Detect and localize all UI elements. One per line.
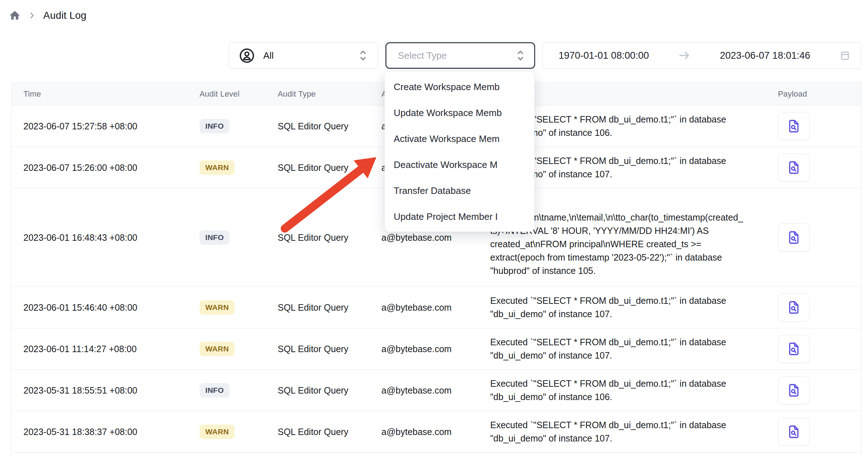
cell-actor: a@bytebase.com: [370, 370, 478, 411]
audit-level-badge: WARN: [200, 300, 234, 315]
cell-audit-type: SQL Editor Query: [266, 188, 370, 287]
cell-time: 2023-05-31 18:55:51 +08:00: [12, 370, 188, 411]
page-title: Audit Log: [43, 10, 86, 21]
document-search-icon: [786, 424, 801, 439]
type-filter-dropdown: Create Workspace Memb Update Workspace M…: [385, 72, 534, 232]
cell-audit-type: SQL Editor Query: [266, 106, 370, 147]
cell-time: 2023-06-07 15:27:58 +08:00: [12, 106, 188, 147]
audit-level-badge: WARN: [200, 342, 234, 356]
view-payload-button[interactable]: [778, 293, 810, 321]
table-row: 2023-06-01 15:46:40 +08:00 WARN SQL Edit…: [12, 287, 861, 328]
col-header-time: Time: [12, 83, 188, 105]
table-row: 2023-05-31 18:55:51 +08:00 INFO SQL Edit…: [12, 370, 861, 411]
breadcrumb: Audit Log: [9, 9, 86, 22]
cell-comment: Executed `"SELECT * FROM db_ui_demo.t1;"…: [490, 377, 744, 404]
person-circle-icon: [238, 47, 255, 64]
filter-bar: All Select Type 1970-01-01 08:00:00 2023…: [229, 42, 861, 69]
menu-item-update-workspace-member[interactable]: Update Workspace Memb: [385, 100, 534, 126]
type-filter-placeholder: Select Type: [398, 50, 514, 61]
chevron-right-icon: [27, 11, 37, 20]
type-filter-select[interactable]: Select Type: [385, 42, 535, 69]
audit-level-badge: INFO: [200, 119, 229, 133]
view-payload-button[interactable]: [778, 112, 810, 140]
col-header-audit-type: Audit Type: [266, 83, 370, 105]
updown-chevrons-icon: [514, 48, 527, 63]
menu-item-deactivate-workspace-member[interactable]: Deactivate Workspace M: [385, 152, 534, 178]
audit-log-page: Audit Log All Select Type 1970-01-01 08:…: [0, 0, 868, 457]
cell-audit-type: SQL Editor Query: [266, 328, 370, 369]
calendar-icon[interactable]: [839, 50, 851, 61]
view-payload-button[interactable]: [778, 418, 810, 446]
document-search-icon: [786, 383, 801, 398]
cell-time: 2023-06-01 15:46:40 +08:00: [12, 287, 188, 328]
cell-audit-type: SQL Editor Query: [266, 147, 370, 188]
cell-actor: a@bytebase.com: [370, 411, 478, 452]
actor-filter-select[interactable]: All: [229, 42, 378, 69]
table-row: 2023-05-31 18:38:37 +08:00 WARN SQL Edit…: [12, 411, 861, 453]
col-header-payload: Payload: [766, 83, 861, 105]
menu-item-create-workspace-member[interactable]: Create Workspace Memb: [385, 74, 534, 100]
cell-actor: a@bytebase.com: [370, 287, 478, 328]
document-search-icon: [786, 300, 801, 315]
cell-comment: Executed `"SELECT * FROM db_ui_demo.t1;"…: [490, 294, 744, 321]
view-payload-button[interactable]: [778, 223, 810, 252]
table-row: 2023-06-01 11:14:27 +08:00 WARN SQL Edit…: [12, 328, 861, 370]
document-search-icon: [786, 341, 801, 356]
document-search-icon: [786, 160, 801, 175]
audit-level-badge: WARN: [200, 425, 234, 439]
cell-audit-type: SQL Editor Query: [266, 411, 370, 452]
menu-item-update-project-member[interactable]: Update Project Member I: [385, 204, 534, 230]
document-search-icon: [786, 119, 801, 134]
updown-chevrons-icon: [357, 48, 369, 63]
actor-filter-value: All: [263, 50, 357, 61]
view-payload-button[interactable]: [778, 154, 810, 182]
audit-level-badge: INFO: [200, 383, 229, 398]
document-search-icon: [786, 230, 801, 245]
cell-time: 2023-06-01 16:48:43 +08:00: [12, 188, 188, 287]
cell-comment: Executed `"SELECT * FROM db_ui_demo.t1;"…: [490, 336, 744, 362]
cell-actor: a@bytebase.com: [370, 328, 478, 369]
cell-time: 2023-06-07 15:26:00 +08:00: [12, 147, 188, 188]
cell-comment: Executed `"SELECT * FROM db_ui_demo.t1;"…: [490, 418, 744, 445]
cell-time: 2023-06-01 11:14:27 +08:00: [12, 328, 188, 369]
menu-item-transfer-database[interactable]: Transfer Database: [385, 178, 534, 204]
col-header-audit-level: Audit Level: [188, 83, 266, 105]
date-range-picker[interactable]: 1970-01-01 08:00:00 2023-06-07 18:01:46: [542, 42, 861, 69]
menu-item-activate-workspace-member[interactable]: Activate Workspace Mem: [385, 126, 534, 152]
date-range-end[interactable]: 2023-06-07 18:01:46: [720, 50, 810, 61]
arrow-right-icon: [678, 49, 691, 62]
audit-level-badge: INFO: [200, 230, 229, 245]
cell-audit-type: SQL Editor Query: [266, 370, 370, 411]
home-icon[interactable]: [9, 9, 21, 22]
audit-level-badge: WARN: [200, 160, 234, 175]
view-payload-button[interactable]: [778, 376, 810, 404]
cell-audit-type: SQL Editor Query: [266, 287, 370, 328]
cell-time: 2023-05-31 18:38:37 +08:00: [12, 411, 188, 452]
view-payload-button[interactable]: [778, 335, 810, 363]
date-range-start[interactable]: 1970-01-01 08:00:00: [559, 50, 649, 61]
